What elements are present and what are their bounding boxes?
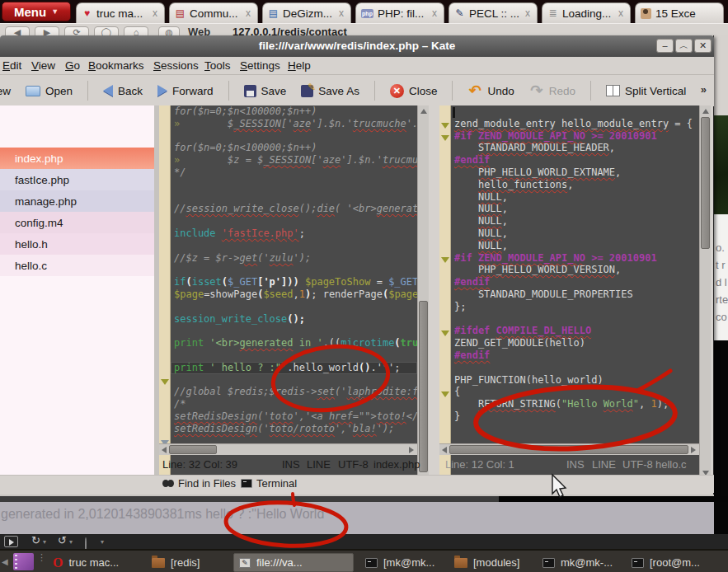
menu-settings[interactable]: Settings: [240, 59, 280, 72]
kate-titlebar[interactable]: file:///var/www/redis/index.php – Kate –…: [0, 35, 714, 57]
handle-dots-icon: ⋮: [37, 555, 46, 560]
right-horizontal-scrollbar[interactable]: [439, 443, 699, 455]
code-token: [454, 264, 478, 275]
taskbar-item-4[interactable]: [mk@mk...: [360, 553, 439, 572]
code-token: renderPage: [323, 288, 383, 300]
redo-button[interactable]: ↷Redo: [529, 83, 575, 98]
browser-tab-2[interactable]: ▤Commu...x: [169, 2, 258, 23]
file-item-hello.h[interactable]: hello.h: [0, 233, 154, 255]
fold-marker-icon[interactable]: [441, 135, 449, 141]
menu-bookmarks[interactable]: Bookmarks: [88, 59, 144, 72]
close-tab-icon[interactable]: x: [430, 7, 439, 19]
code-token: PHP_FUNCTION(hello_world): [454, 374, 604, 386]
code-token: ="">: [353, 410, 377, 422]
chevron-down-icon[interactable]: ▾: [69, 538, 73, 546]
code-token: (): [359, 362, 370, 373]
window-list-icon[interactable]: [13, 553, 34, 570]
code-token: NULL: [478, 203, 502, 214]
back-button[interactable]: Back: [103, 85, 143, 97]
taskbar-item-6[interactable]: mk@mk-...: [538, 553, 618, 572]
minimize-icon[interactable]: –: [656, 39, 674, 53]
close-icon: ✕: [390, 84, 404, 98]
browser-tab-5[interactable]: ✎PECL :: ...x: [449, 2, 538, 23]
code-token: }: [454, 410, 460, 422]
code-token: [454, 398, 478, 410]
file-item-hello.c[interactable]: hello.c: [0, 255, 154, 276]
browser-tab-3[interactable]: ▤DeGizm...x: [262, 2, 351, 23]
refresh-icon[interactable]: ↺: [58, 534, 67, 546]
filename: index.php: [373, 458, 420, 471]
new-button[interactable]: New: [0, 85, 11, 97]
fold-marker-icon[interactable]: [441, 391, 449, 397]
browser-tab-4[interactable]: phpPHP: fil...x: [355, 2, 444, 23]
menu-edit[interactable]: Edit: [2, 59, 21, 72]
panel-toggle-icon[interactable]: [4, 536, 18, 547]
taskbar-item-7[interactable]: [root@m...: [627, 553, 705, 572]
fold-marker-icon[interactable]: [161, 379, 169, 385]
close-tab-icon[interactable]: x: [524, 7, 532, 19]
taskbar-item-1[interactable]: Otruc mac...: [48, 553, 124, 572]
save-button[interactable]: Save: [244, 85, 287, 97]
open-button[interactable]: Open: [26, 85, 73, 97]
menu-view[interactable]: View: [31, 59, 55, 72]
code-token: [454, 191, 478, 203]
code-line: [451, 105, 699, 118]
browser-tab-1[interactable]: ♥truc ma...x: [76, 2, 165, 23]
menu-sessions[interactable]: Sessions: [153, 59, 199, 72]
browser-menu-button[interactable]: Menu ▼: [2, 2, 71, 21]
chevron-down-icon[interactable]: ▾: [101, 538, 104, 546]
split-vertical-button[interactable]: Split Vertical: [606, 85, 686, 97]
close-window-icon[interactable]: ✕: [694, 39, 712, 53]
forward-button[interactable]: Forward: [157, 85, 214, 97]
code-token: ,: [609, 142, 615, 153]
right-vertical-scrollbar[interactable]: [699, 105, 711, 479]
close-tab-icon[interactable]: x: [244, 7, 252, 19]
fold-marker-icon[interactable]: [441, 123, 449, 129]
close-tab-icon[interactable]: x: [337, 7, 345, 19]
pane-splitter[interactable]: [429, 105, 439, 479]
file-item-config.m4[interactable]: config.m4: [0, 212, 154, 233]
undo-button[interactable]: ↶Undo: [467, 83, 514, 98]
close-tab-icon[interactable]: x: [617, 7, 625, 19]
taskbar-scroll-icon[interactable]: ◀: [2, 557, 8, 566]
editor-left-index-php[interactable]: for($n=0;$n<100000;$n++)» $_SESSION['aze…: [171, 105, 417, 479]
terminal-button[interactable]: Terminal: [241, 477, 297, 490]
file-item-index.php[interactable]: index.php: [0, 148, 154, 169]
fold-marker-icon[interactable]: [441, 257, 449, 263]
left-vertical-scrollbar[interactable]: [417, 105, 429, 479]
code-token: if: [174, 276, 186, 288]
file-item-fastIce.php[interactable]: fastIce.php: [0, 169, 154, 190]
code-token: ZEND_MODULE_API_NO: [478, 130, 585, 142]
toolbar-overflow-icon[interactable]: »: [701, 83, 707, 96]
close-button[interactable]: ✕Close: [390, 84, 438, 98]
code-token: ,: [502, 191, 508, 203]
code-token: //global $redis;$redis->: [174, 386, 317, 397]
taskbar-item-3[interactable]: ✎file:///va...: [233, 553, 354, 572]
code-line: //session_write_close();die( '<br>genera…: [171, 203, 417, 215]
maximize-icon[interactable]: ︿: [675, 39, 693, 53]
browser-tab-6[interactable]: ≣Loading...x: [542, 2, 631, 23]
file-item-manage.php[interactable]: manage.php: [0, 190, 154, 212]
code-line: //global $redis;$redis->set('laphrodite:…: [171, 386, 417, 398]
left-horizontal-scrollbar[interactable]: [159, 443, 417, 455]
toolbar-button-label: Forward: [172, 85, 214, 97]
save-as-button[interactable]: Save As: [301, 85, 359, 97]
browser-tab-7[interactable]: 15 Exce: [635, 2, 724, 23]
code-token: COMPILE_DL_HELLO: [496, 325, 592, 336]
close-tab-icon[interactable]: x: [151, 7, 159, 19]
code-token: session_write_close: [174, 313, 287, 325]
menu-go[interactable]: Go: [65, 59, 80, 72]
menu-tools[interactable]: Tools: [204, 59, 231, 72]
sync-icon[interactable]: ↻: [31, 534, 40, 546]
find-in-files-button[interactable]: Find in Files: [162, 477, 236, 490]
code-token: ' hello ? :"': [204, 362, 287, 373]
editor-right-hello-c[interactable]: zend_module_entry hello_module_entry = {…: [451, 105, 699, 479]
fold-marker-icon[interactable]: [441, 331, 449, 336]
code-token: '].$n.': [311, 118, 353, 129]
taskbar-item-2[interactable]: [redis]: [147, 553, 204, 572]
taskbar-item-5[interactable]: [modules]: [449, 553, 524, 572]
chevron-down-icon[interactable]: ▾: [43, 538, 46, 546]
code-token: toto!: [377, 410, 406, 422]
code-token: RETURN_STRING: [478, 398, 556, 410]
menu-help[interactable]: Help: [288, 59, 311, 72]
